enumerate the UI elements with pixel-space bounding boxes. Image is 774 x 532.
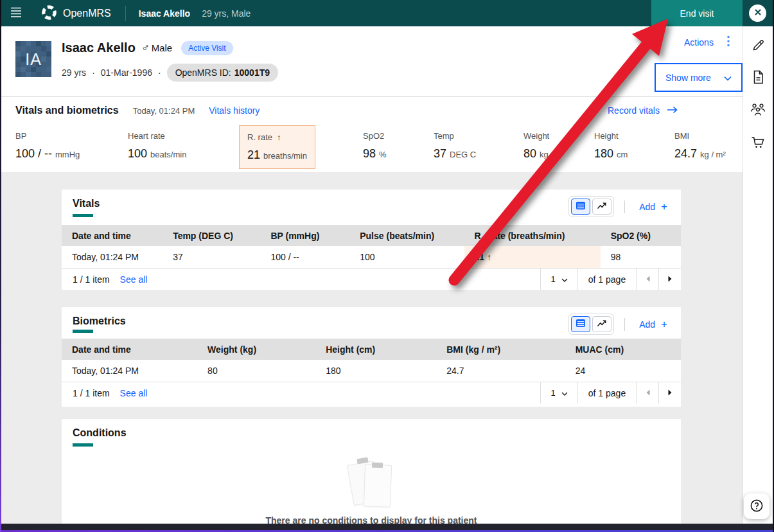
table-view-toggle[interactable] [571, 199, 590, 215]
vitals-biometrics-strip: Vitals and biometrics Today, 01:24 PM Vi… [0, 96, 743, 173]
see-all-link[interactable]: See all [120, 274, 148, 285]
patient-age: 29 yrs [62, 67, 86, 78]
view-toggle-group [568, 314, 614, 335]
help-icon [750, 499, 764, 515]
empty-state-illustration [342, 456, 400, 511]
vitals-history-link[interactable]: Vitals history [209, 105, 259, 116]
chevron-down-icon [724, 73, 732, 83]
note-button[interactable] [745, 33, 771, 59]
vital-tile-temp: Temp 37DEG C [434, 131, 476, 161]
right-action-rail [743, 26, 773, 524]
biometrics-table-row: Today, 01:24 PM 80 180 24.7 24 [62, 360, 681, 382]
card-accent-bar [73, 214, 93, 217]
arrow-right-icon [667, 105, 678, 116]
table-view-icon [576, 319, 586, 330]
chart-view-icon [597, 201, 607, 212]
page-select[interactable]: 1 [540, 382, 577, 403]
document-icon [752, 70, 764, 86]
end-visit-button[interactable]: End visit [651, 0, 743, 26]
people-icon [750, 103, 766, 118]
next-page-button[interactable] [658, 382, 681, 403]
chart-view-icon [597, 319, 607, 330]
table-view-icon [576, 201, 586, 212]
see-all-link[interactable]: See all [120, 388, 148, 398]
vitals-table-row: Today, 01:24 PM 37 100 / -- 100 21 ↑ 98 [62, 246, 681, 269]
patient-dob: 01-Mar-1996 [101, 67, 152, 78]
next-page-button[interactable] [658, 269, 681, 290]
page-select[interactable]: 1 [540, 269, 577, 290]
patient-banner: IA Isaac Akello ♂ Male Active Visit 29 y… [0, 26, 743, 97]
view-toggle-group [568, 196, 614, 217]
caret-left-icon [646, 274, 650, 284]
orders-button[interactable] [745, 130, 771, 156]
cart-icon [751, 136, 765, 151]
biometrics-pagination: 1 / 1 item See all 1 of 1 page [62, 382, 681, 403]
hamburger-menu-button[interactable] [0, 0, 32, 26]
previous-page-button[interactable] [636, 269, 658, 290]
openmrs-logo-icon [41, 4, 57, 22]
plus-icon: + [661, 201, 667, 212]
card-accent-bar [73, 330, 93, 333]
patient-id: 10001T9 [234, 67, 270, 78]
topbar-patient-meta: 29 yrs, Male [202, 8, 251, 19]
openmrs-logo[interactable]: OpenMRS [41, 4, 111, 22]
forms-button[interactable] [745, 65, 771, 91]
biometrics-table-header: Date and time Weight (kg) Height (cm) BM… [62, 339, 681, 360]
help-button[interactable] [744, 493, 770, 519]
item-count: 1 / 1 item [73, 274, 110, 285]
biometrics-card-title: Biometrics [73, 315, 126, 327]
vitals-pagination: 1 / 1 item See all 1 of 1 page [62, 269, 681, 290]
patient-name: Isaac Akello [62, 40, 136, 55]
add-vitals-button[interactable]: Add + [635, 200, 671, 213]
male-symbol-icon: ♂ [141, 42, 150, 55]
app-window: OpenMRS Isaac Akello 29 yrs, Male End vi… [0, 0, 774, 532]
caret-right-icon [668, 274, 673, 284]
app-name: OpenMRS [63, 8, 111, 19]
window-left-edge [0, 0, 1, 532]
hamburger-icon [10, 7, 22, 20]
vitals-strip-title: Vitals and biometrics [15, 105, 119, 116]
vital-tile-heart-rate: Heart rate 100beats/min [128, 131, 186, 161]
actions-menu-button[interactable]: Actions [680, 35, 734, 49]
dashboard-content: Vitals [0, 172, 743, 524]
table-view-toggle[interactable] [571, 316, 590, 332]
avatar-initials: IA [15, 41, 51, 77]
close-button[interactable] [749, 4, 766, 22]
care-team-button[interactable] [745, 98, 771, 123]
vital-tile-bmi: BMI 24.7kg / m² [674, 131, 726, 161]
page-count-label: of 1 page [577, 269, 636, 290]
add-biometrics-button[interactable]: Add + [635, 318, 671, 330]
abnormal-rrate-cell: 21 ↑ [464, 246, 601, 268]
patient-id-pill: OpenMRS ID: 10001T9 [167, 64, 278, 82]
pencil-icon [751, 39, 765, 55]
conditions-card: Conditions There are no conditions to di… [62, 419, 681, 524]
show-more-button[interactable]: Show more [655, 63, 743, 92]
active-visit-badge: Active Visit [181, 41, 233, 55]
vitals-timestamp: Today, 01:24 PM [133, 106, 195, 116]
vital-tile-respiratory-rate-abnormal: R. rate ↑ 21breaths/min [239, 125, 315, 169]
chart-view-toggle[interactable] [592, 316, 611, 332]
avatar: IA [15, 41, 51, 77]
record-vitals-link[interactable]: Record vitals [604, 105, 682, 116]
chevron-down-icon [561, 274, 568, 284]
high-value-arrow-icon: ↑ [277, 132, 281, 142]
vital-tile-height: Height 180cm [594, 131, 628, 161]
previous-page-button[interactable] [636, 382, 658, 403]
patient-gender: ♂ Male [141, 42, 172, 55]
topbar-divider [125, 6, 126, 21]
vitals-strip-header: Vitals and biometrics Today, 01:24 PM Vi… [15, 105, 259, 116]
caret-left-icon [646, 388, 650, 398]
empty-state-message: There are no conditions to display for t… [62, 515, 681, 524]
card-accent-bar [73, 443, 93, 447]
chart-view-toggle[interactable] [592, 199, 611, 215]
vital-tile-bp: BP 100 / --mmHg [15, 131, 80, 161]
caret-right-icon [668, 388, 673, 398]
vitals-card-title: Vitals [73, 198, 100, 209]
vital-tile-weight: Weight 80kg [523, 131, 549, 161]
close-icon [754, 8, 762, 18]
patient-name-row: Isaac Akello ♂ Male Active Visit [62, 40, 233, 55]
top-nav-bar: OpenMRS Isaac Akello 29 yrs, Male End vi… [0, 0, 774, 26]
kebab-menu-icon [727, 35, 730, 49]
item-count: 1 / 1 item [73, 388, 110, 398]
conditions-card-title: Conditions [73, 427, 127, 439]
